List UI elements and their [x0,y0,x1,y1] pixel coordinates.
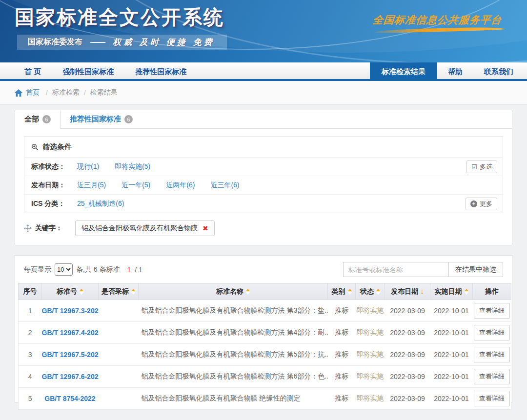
standard-code-link[interactable]: GB/T 12967.4-2022 [42,322,99,344]
standard-code-link[interactable]: GB/T 12967.6-2022 [42,366,99,388]
publish-date-cell: 2022-03-09 [385,366,430,388]
col-header-status[interactable]: 状态 [356,283,385,300]
per-page-prefix: 每页显示 [24,265,51,274]
filter-option-ics-25[interactable]: 25_机械制造(6) [77,200,124,208]
results-card: 每页显示 10 条,共 6 条标准 1 / 1 在结果中筛选 [15,255,512,402]
filter-option-1year[interactable]: 近一年(5) [122,181,150,190]
search-input[interactable] [343,262,449,277]
col-header-actions: 操作 [473,283,511,300]
sort-icon [246,289,250,295]
tab-recommended[interactable]: 推荐性国家标准 6 [61,110,142,128]
col-header-standard-code[interactable]: 标准号 [42,283,99,300]
col-header-adopted[interactable]: 是否采标 [99,283,139,300]
filter-row-pubdate: 发布日期： 近三月(5) 近一年(5) 近两年(6) 近三年(6) [24,176,503,194]
breadcrumb: 首页 / 标准检索 / 检索结果 [0,81,527,105]
adopted-cell [99,388,139,410]
keyword-label: 关键字： [35,224,62,233]
table-row: 1 GB/T 12967.3-2022 铝及铝合金阳极氧化膜及有机聚合物膜检测方… [19,300,511,322]
filter-option-2years[interactable]: 近两年(6) [166,181,195,190]
site-title: 国家标准全文公开系统 [15,4,224,31]
standard-code-link[interactable]: GB/T 12967.3-2022 [42,300,99,322]
in-results-search: 在结果中筛选 [343,262,503,277]
standard-name-cell: 铝及铝合金阳极氧化膜及有机聚合物膜 绝缘性的测定 [139,388,328,410]
plus-circle-icon: + [470,200,477,207]
nav-item-search-results[interactable]: 标准检索结果 [370,62,437,79]
category-cell: 推标 [328,388,356,410]
breadcrumb-home-link[interactable]: 首页 [26,88,40,97]
banner-substrip: 国家标准委发布 —— 权威 及时 便捷 免费 [17,35,227,50]
implement-date-cell: 2022-10-01 [430,300,473,322]
view-detail-button[interactable]: 查看详细 [474,391,510,406]
status-cell: 即将实施 [356,344,385,366]
multi-select-button[interactable]: ☑ 多选 [466,160,497,173]
breadcrumb-standard-search[interactable]: 标准检索 [52,88,80,97]
tab-all[interactable]: 全部 6 [15,110,61,129]
filter-ics-label: ICS 分类： [31,200,77,208]
standard-code-link[interactable]: GB/T 12967.5-2022 [42,344,99,366]
status-cell: 即将实施 [356,322,385,344]
filter-option-3years[interactable]: 近三年(6) [210,181,239,190]
nav-item-recommended-standards[interactable]: 推荐性国家标准 [124,62,197,79]
sort-icon [465,289,468,295]
platform-logo-text[interactable]: 全国标准信息公共服务平台 [372,13,503,27]
magnifier-icon [31,143,39,151]
keyword-tag-text: 铝及铝合金阳极氧化膜及有机聚合物膜 [81,224,198,233]
row-index: 5 [19,388,42,410]
actions-cell: 查看详细 [473,300,511,322]
actions-cell: 查看详细 [473,322,511,344]
home-icon [15,89,22,97]
table-row: 2 GB/T 12967.4-2022 铝及铝合金阳极氧化膜及有机聚合物膜检测方… [19,322,511,344]
per-page-suffix: 条,共 6 条标准 [76,265,120,274]
standard-name-cell: 铝及铝合金阳极氧化膜及有机聚合物膜检测方法 第3部分：盐... [139,300,328,322]
publisher-text: 国家标准委发布 [28,37,82,47]
filter-option-upcoming[interactable]: 即将实施(5) [115,162,150,171]
col-header-standard-name[interactable]: 标准名称 [139,283,328,300]
filter-panel: 筛选条件 标准状态： 现行(1) 即将实施(5) ☑ 多选 发布日期： 近三月(… [24,136,503,213]
col-header-implement-date[interactable]: 实施日期 [430,283,473,300]
more-button[interactable]: + 更多 [466,198,497,210]
col-header-category[interactable]: 类别 [328,283,356,300]
implement-date-cell: 2022-10-01 [430,344,473,366]
adopted-cell [99,322,139,344]
row-index: 1 [19,300,42,322]
standard-name-cell: 铝及铝合金阳极氧化膜及有机聚合物膜检测方法 第4部分：耐... [139,322,328,344]
tab-all-label: 全部 [24,115,39,124]
nav-item-mandatory-standards[interactable]: 强制性国家标准 [52,62,124,79]
view-detail-button[interactable]: 查看详细 [474,325,510,340]
view-detail-button[interactable]: 查看详细 [474,347,510,362]
breadcrumb-current-page: 检索结果 [90,88,118,97]
tab-recommended-count-badge: 6 [124,115,133,123]
nav-item-home[interactable]: 首 页 [14,62,52,79]
sort-icon [131,289,135,295]
nav-item-help[interactable]: 帮助 [437,62,473,79]
main-nav: 首 页 强制性国家标准 推荐性国家标准 标准检索结果 帮助 联系我们 [0,62,527,81]
view-detail-button[interactable]: 查看详细 [474,369,510,384]
page-content: 全部 6 推荐性国家标准 6 筛选条件 标准状态： 现行(1) 即将实施(5) [0,110,527,402]
col-header-publish-date[interactable]: 发布日期↓ [385,283,430,300]
tab-recommended-label: 推荐性国家标准 [70,115,121,124]
table-header-row: 序号 标准号 是否采标 标准名称 类别 状态 发布日期↓ 实施日期 操作 [19,283,511,300]
more-label: 更多 [480,200,492,208]
keyword-row: 关键字： 铝及铝合金阳极氧化膜及有机聚合物膜 ✖ [24,220,503,237]
filter-option-current[interactable]: 现行(1) [77,162,99,171]
page-indicator: 1 / 1 [127,266,142,274]
pagination-summary: 每页显示 10 条,共 6 条标准 1 / 1 [24,263,142,276]
filter-option-3months[interactable]: 近三月(5) [77,181,106,190]
standards-table: 序号 标准号 是否采标 标准名称 类别 状态 发布日期↓ 实施日期 操作 1 G… [18,283,511,410]
sort-icon [80,289,83,295]
view-detail-button[interactable]: 查看详细 [474,303,510,319]
category-cell: 推标 [328,322,356,344]
row-index: 3 [19,344,42,366]
category-cell: 推标 [328,366,356,388]
filter-row-ics: ICS 分类： 25_机械制造(6) + 更多 [24,194,503,213]
table-row: 5 GB/T 8754-2022 铝及铝合金阳极氧化膜及有机聚合物膜 绝缘性的测… [19,388,511,410]
filter-in-results-button[interactable]: 在结果中筛选 [448,262,503,277]
nav-item-contact[interactable]: 联系我们 [473,62,524,79]
page-size-select[interactable]: 10 [55,263,73,276]
implement-date-cell: 2022-10-01 [430,366,473,388]
status-cell: 即将实施 [356,300,385,322]
move-arrows-icon [24,224,32,232]
site-banner: 国家标准全文公开系统 国家标准委发布 —— 权威 及时 便捷 免费 全国标准信息… [0,0,527,62]
keyword-remove-icon[interactable]: ✖ [203,224,208,232]
standard-code-link[interactable]: GB/T 8754-2022 [42,388,99,410]
